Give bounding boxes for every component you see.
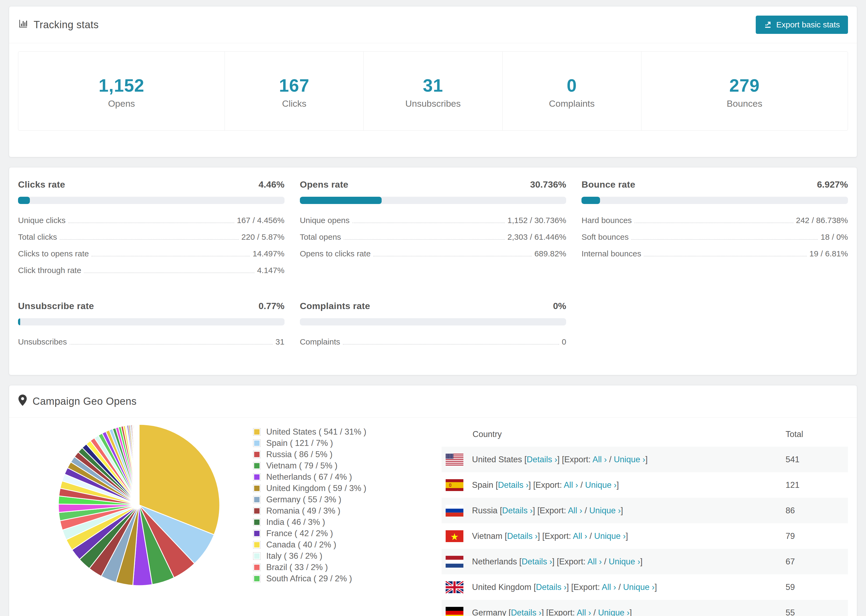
flag-de-icon <box>446 607 463 616</box>
legend-label: South Africa ( 29 / 2% ) <box>266 574 352 583</box>
details-link[interactable]: Details › <box>498 480 529 490</box>
details-link[interactable]: Details › <box>507 531 538 541</box>
export-all-link[interactable]: All › <box>576 608 591 616</box>
legend-label: Netherlands ( 67 / 4% ) <box>266 472 352 482</box>
rate-header: Opens rate30.736% <box>300 179 567 190</box>
bracket: ] <box>621 506 623 515</box>
country-name: United Kingdom <box>472 582 534 592</box>
legend-item-russia: Russia ( 86 / 5% ) <box>254 449 442 460</box>
rate-title: Opens rate <box>300 179 348 190</box>
bracket: [ <box>509 608 511 616</box>
export-unique-link[interactable]: Unique › <box>598 608 630 616</box>
export-basic-stats-button[interactable]: Export basic stats <box>756 16 848 34</box>
rate-progress-fill <box>18 318 20 325</box>
export-all-link[interactable]: All › <box>568 506 582 515</box>
rate-progress-track <box>18 318 285 325</box>
total-cell: 541 <box>786 455 848 464</box>
rate-detail-rows: Unique opens1,152 / 30.736%Total opens2,… <box>300 212 567 262</box>
dotted-leader <box>68 223 234 223</box>
flag-es-icon <box>446 479 463 491</box>
export-all-link[interactable]: All › <box>573 531 587 541</box>
export-all-link[interactable]: All › <box>587 557 601 566</box>
details-link[interactable]: Details › <box>502 506 533 515</box>
legend-item-united-states: United States ( 541 / 31% ) <box>254 426 442 438</box>
detail-label: Unsubscribes <box>18 337 67 346</box>
details-link[interactable]: Details › <box>536 582 567 592</box>
detail-value: 167 / 4.456% <box>237 216 285 225</box>
legend-swatch <box>254 485 260 492</box>
legend-label: Brazil ( 33 / 2% ) <box>266 563 328 572</box>
total-cell: 59 <box>786 582 848 592</box>
slash: / <box>578 480 585 490</box>
stat-label: Clicks <box>228 98 361 109</box>
dashboard-page: Tracking stats Export basic stats 1,152O… <box>0 0 866 616</box>
geo-opens-title: Campaign Geo Opens <box>18 394 137 408</box>
detail-value: 18 / 0% <box>820 233 848 242</box>
export-unique-link[interactable]: Unique › <box>609 557 640 566</box>
detail-value: 4.147% <box>257 266 285 275</box>
detail-label: Soft bounces <box>581 233 628 242</box>
bracket: ] <box>640 557 642 566</box>
legend-item-france: France ( 42 / 2% ) <box>254 528 442 539</box>
geo-opens-title-text: Campaign Geo Opens <box>33 396 137 407</box>
country-name: Germany <box>472 608 509 616</box>
rate-panel-opens: Opens rate30.736%Unique opens1,152 / 30.… <box>300 179 567 279</box>
rate-header: Clicks rate4.46% <box>18 179 285 190</box>
dotted-leader <box>70 344 273 344</box>
export-unique-link[interactable]: Unique › <box>585 480 616 490</box>
stats-strip: 1,152Opens167Clicks31Unsubscribes0Compla… <box>18 51 848 130</box>
dotted-leader <box>644 256 806 256</box>
legend-swatch <box>254 564 260 571</box>
details-link[interactable]: Details › <box>521 557 552 566</box>
dotted-leader <box>344 239 505 240</box>
rate-progress-fill <box>300 197 382 204</box>
geo-table-row: United States [Details ›] [Export: All ›… <box>442 447 848 472</box>
stat-label: Bounces <box>644 98 845 109</box>
export-all-link[interactable]: All › <box>592 455 607 464</box>
legend-item-united-kingdom: United Kingdom ( 59 / 3% ) <box>254 483 442 494</box>
total-cell: 67 <box>786 557 848 567</box>
legend-swatch <box>254 575 260 582</box>
rate-value: 4.46% <box>258 179 284 190</box>
stat-card-complaints: 0Complaints <box>502 52 641 130</box>
detail-value: 19 / 6.81% <box>809 249 848 258</box>
rate-header: Bounce rate6.927% <box>581 179 848 190</box>
rate-progress-fill <box>581 197 600 204</box>
legend-label: Germany ( 55 / 3% ) <box>266 495 341 504</box>
geo-table-body: United States [Details ›] [Export: All ›… <box>442 447 848 616</box>
export-unique-link[interactable]: Unique › <box>614 455 645 464</box>
detail-row: Opens to clicks rate689.82% <box>300 245 567 262</box>
country-cell: Germany [Details ›] [Export: All › / Uni… <box>472 608 786 616</box>
legend-label: Russia ( 86 / 5% ) <box>266 449 332 459</box>
export-unique-link[interactable]: Unique › <box>623 582 655 592</box>
detail-label: Total clicks <box>18 233 57 242</box>
legend-item-brazil: Brazil ( 33 / 2% ) <box>254 562 442 573</box>
detail-value: 1,152 / 30.736% <box>507 216 567 225</box>
bracket: ] <box>655 582 657 592</box>
details-link[interactable]: Details › <box>527 455 557 464</box>
export-all-link[interactable]: All › <box>564 480 578 490</box>
bracket: ] <box>617 480 619 490</box>
legend-swatch <box>254 530 260 537</box>
detail-label: Internal bounces <box>581 249 641 258</box>
export-unique-link[interactable]: Unique › <box>589 506 621 515</box>
geo-legend: United States ( 541 / 31% )Spain ( 121 /… <box>254 426 442 616</box>
export-all-link[interactable]: All › <box>601 582 616 592</box>
detail-label: Click through rate <box>18 266 81 275</box>
legend-item-vietnam: Vietnam ( 79 / 5% ) <box>254 460 442 471</box>
geo-pie-chart <box>54 420 224 616</box>
export-unique-link[interactable]: Unique › <box>594 531 625 541</box>
details-link[interactable]: Details › <box>511 608 542 616</box>
legend-swatch <box>254 541 260 548</box>
detail-row: Click through rate4.147% <box>18 262 285 279</box>
rate-detail-rows: Hard bounces242 / 86.738%Soft bounces18 … <box>581 212 848 262</box>
bracket: [ <box>534 582 536 592</box>
rate-progress-track <box>18 197 285 204</box>
geo-table-row: Germany [Details ›] [Export: All › / Uni… <box>442 600 848 616</box>
detail-value: 31 <box>276 337 284 346</box>
detail-value: 689.82% <box>534 249 566 258</box>
geo-table-row: Spain [Details ›] [Export: All › / Uniqu… <box>442 472 848 498</box>
rate-title: Unsubscribe rate <box>18 301 94 311</box>
detail-label: Unique clicks <box>18 216 66 225</box>
geo-table-row: Russia [Details ›] [Export: All › / Uniq… <box>442 498 848 523</box>
